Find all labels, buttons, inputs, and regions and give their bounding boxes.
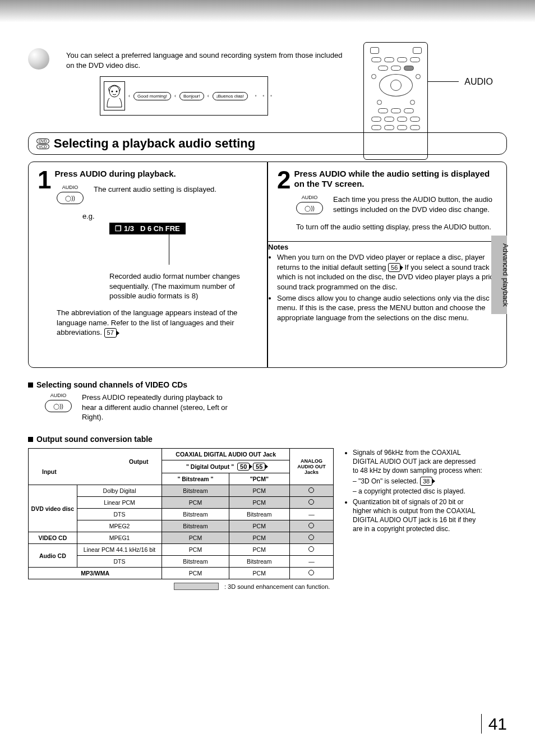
side-note-item: – a copyright protected disc is played. bbox=[353, 487, 483, 496]
step-1: 1 Press AUDIO during playback. AUDIO ◯))… bbox=[28, 162, 268, 368]
ref-57: 57 bbox=[104, 328, 117, 338]
step-1-body: The current audio setting is displayed. bbox=[94, 185, 216, 195]
note-item: When you turn on the DVD video player or… bbox=[277, 252, 506, 292]
svg-point-0 bbox=[109, 86, 119, 97]
table-row: VIDEO CDMPEG1PCMPCM bbox=[29, 532, 334, 544]
side-note-item: Signals of 96kHz from the COAXIAL DIGITA… bbox=[353, 448, 483, 476]
eg-label: e.g. bbox=[82, 212, 258, 220]
svg-point-1 bbox=[112, 91, 113, 93]
side-note-item: Quantization bit of signals of 20 bit or… bbox=[353, 497, 483, 534]
sphere-ornament bbox=[28, 48, 49, 70]
remote-label: AUDIO bbox=[464, 77, 493, 87]
step-1-num: 1 bbox=[38, 169, 51, 191]
notes-list: When you turn on the DVD video player or… bbox=[268, 252, 506, 322]
audio-button-icon: AUDIO ◯)) bbox=[57, 185, 84, 204]
table-legend: : 3D sound enhancement can function. bbox=[174, 583, 334, 590]
step-1-title: Press AUDIO during playback. bbox=[38, 169, 258, 179]
dots: • • • bbox=[251, 93, 274, 99]
audio-button-icon: AUDIO ◯)) bbox=[296, 195, 323, 214]
audio-button-icon: AUDIO ◯)) bbox=[45, 393, 72, 412]
step-2-num: 2 bbox=[277, 169, 290, 191]
side-notes: Signals of 96kHz from the COAXIAL DIGITA… bbox=[345, 448, 483, 534]
osd-display: ❐1/3 D 6 Ch FRE bbox=[109, 223, 186, 234]
remote-diagram: AUDIO bbox=[363, 42, 493, 160]
page-number: 41 bbox=[488, 714, 507, 734]
step-2-title: Press AUDIO while the audio setting is d… bbox=[277, 169, 497, 189]
face-box bbox=[104, 81, 125, 110]
section-title: Selecting a playback audio setting bbox=[54, 136, 255, 151]
note-item: Some discs allow you to change audio sel… bbox=[277, 293, 506, 323]
vcd-text: Press AUDIO repeatedly during playback t… bbox=[82, 393, 228, 422]
step-2-wrapper: 2 Press AUDIO while the audio setting is… bbox=[268, 162, 507, 368]
table-row: Audio CDLinear PCM 44.1 kHz/16 bitPCMPCM bbox=[29, 544, 334, 556]
side-tab-label: Advanced playback bbox=[500, 241, 510, 308]
conversion-table: Output Input COAXIAL DIGITAL AUDIO OUT J… bbox=[28, 448, 334, 579]
svg-point-2 bbox=[116, 91, 118, 93]
dvd-vcd-badge: DVDVCD bbox=[36, 139, 49, 149]
side-note-item: – "3D On" is selected. 38 bbox=[353, 477, 483, 486]
language-diagram: ‹ Good morning! ‹ Bonjour! ‹ ¡Buenos día… bbox=[100, 76, 268, 116]
notes-heading: Notes bbox=[268, 243, 506, 251]
vcd-heading: Selecting sound channels of VIDEO CDs bbox=[28, 380, 507, 389]
step-2-body1: Each time you press the AUDIO button, th… bbox=[333, 195, 497, 214]
intro-text: You can select a preferred language and … bbox=[66, 50, 347, 71]
step-1-desc: Recorded audio format number changes seq… bbox=[109, 271, 250, 301]
bubble-2: Bonjour! bbox=[179, 92, 204, 100]
step-2-body2: To turn off the audio setting display, p… bbox=[296, 222, 497, 232]
person-icon bbox=[104, 84, 124, 108]
bubble-3: ¡Buenos días! bbox=[213, 92, 248, 100]
remote-audio-button bbox=[404, 66, 414, 71]
conv-heading: Output sound conversion table bbox=[28, 435, 507, 444]
table-row: DVD video discDolby DigitalBitstreamPCM bbox=[29, 485, 334, 497]
table-row: MP3/WMAPCMPCM bbox=[29, 568, 334, 579]
bubble-1: Good morning! bbox=[133, 92, 171, 100]
step-1-abbrev: The abbreviation of the language appears… bbox=[57, 308, 258, 338]
